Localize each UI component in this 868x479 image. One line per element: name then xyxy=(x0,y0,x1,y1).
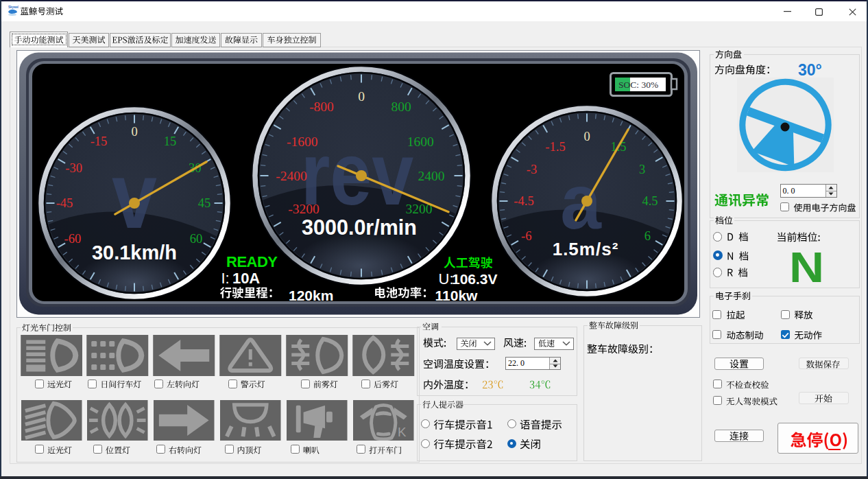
svg-text:4.5: 4.5 xyxy=(642,194,658,208)
svg-text:800: 800 xyxy=(391,100,411,114)
svg-text:60: 60 xyxy=(190,232,203,246)
svg-text:-30: -30 xyxy=(65,161,82,175)
svg-text:110kw: 110kw xyxy=(435,288,479,303)
svg-text:2400: 2400 xyxy=(418,169,445,183)
svg-text:a: a xyxy=(560,159,601,245)
svg-text:-45: -45 xyxy=(56,196,73,210)
svg-text:I:: I: xyxy=(221,270,230,287)
svg-text:-3: -3 xyxy=(527,163,537,176)
svg-text:0: 0 xyxy=(358,89,365,104)
svg-text:-15: -15 xyxy=(91,135,108,148)
svg-text:0: 0 xyxy=(131,125,137,139)
svg-text:-6: -6 xyxy=(521,229,531,243)
svg-text:-800: -800 xyxy=(309,100,334,114)
svg-text:-2400: -2400 xyxy=(276,169,307,183)
svg-text:1600: 1600 xyxy=(407,135,434,149)
svg-text:106.3V: 106.3V xyxy=(452,271,498,287)
svg-text:1.5m/s²: 1.5m/s² xyxy=(553,239,619,259)
svg-text:K: K xyxy=(398,425,407,439)
svg-text:120km: 120km xyxy=(289,288,333,303)
svg-text:30.1km/h: 30.1km/h xyxy=(92,242,177,264)
svg-text:READY: READY xyxy=(226,253,278,270)
svg-text:-3200: -3200 xyxy=(288,202,320,216)
svg-text:3: 3 xyxy=(639,163,645,176)
svg-text:-1600: -1600 xyxy=(287,135,318,149)
svg-text:6: 6 xyxy=(644,229,651,243)
svg-text:10A: 10A xyxy=(232,270,260,287)
svg-text:-60: -60 xyxy=(64,232,82,246)
svg-text:45: 45 xyxy=(198,196,211,210)
svg-text:-4.5: -4.5 xyxy=(514,194,533,208)
svg-text:15: 15 xyxy=(164,135,177,148)
svg-text:SOC: 30%: SOC: 30% xyxy=(618,80,658,90)
svg-text:Skywell: Skywell xyxy=(8,5,19,9)
svg-text:0: 0 xyxy=(583,130,590,143)
svg-text:-1.5: -1.5 xyxy=(545,140,565,154)
svg-text:3000.0r/min: 3000.0r/min xyxy=(302,215,417,239)
